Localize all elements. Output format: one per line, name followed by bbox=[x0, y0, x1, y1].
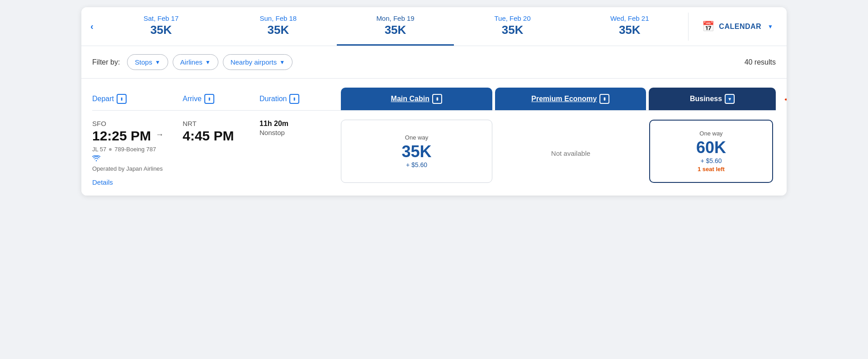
flight-direction-arrow: → bbox=[156, 130, 164, 140]
filter-by-label: Filter by: bbox=[92, 58, 120, 66]
arrive-airport: NRT bbox=[183, 120, 259, 127]
col-business-header: Business ▼ ➜ bbox=[649, 88, 776, 110]
date-bar: ‹ Sat, Feb 1735KSun, Feb 1835KMon, Feb 1… bbox=[81, 7, 787, 46]
details-link[interactable]: Details bbox=[92, 178, 113, 186]
date-tab-0[interactable]: Sat, Feb 1735K bbox=[103, 7, 220, 46]
business-sort-btn[interactable]: Business ▼ bbox=[690, 94, 735, 104]
prev-date-btn[interactable]: ‹ bbox=[81, 13, 103, 40]
depart-time-row: SFO 12:25 PM → bbox=[92, 120, 183, 143]
calendar-icon: 📅 bbox=[702, 21, 714, 33]
main-cabin-price-card[interactable]: One way 35K + $5.60 bbox=[341, 120, 492, 183]
flight-depart-col: SFO 12:25 PM → JL 57 789-Boeing 787 Oper… bbox=[92, 120, 183, 186]
main-cabin-price: 35K bbox=[401, 143, 431, 161]
date-tab-4[interactable]: Wed, Feb 2135K bbox=[571, 7, 688, 46]
col-duration-header: Duration ⬍ bbox=[259, 88, 341, 110]
date-tab-2[interactable]: Mon, Feb 1935K bbox=[337, 7, 454, 46]
calendar-dropdown-arrow: ▼ bbox=[768, 23, 773, 30]
flight-arrive-col: NRT 4:45 PM bbox=[183, 120, 259, 186]
date-tabs: Sat, Feb 1735KSun, Feb 1835KMon, Feb 193… bbox=[103, 7, 689, 46]
flight-main-cabin-col[interactable]: One way 35K + $5.60 bbox=[341, 120, 492, 186]
depart-info: SFO 12:25 PM bbox=[92, 120, 151, 143]
separator-dot bbox=[109, 148, 112, 151]
main-cabin-one-way-label: One way bbox=[405, 134, 428, 141]
flight-number-aircraft: JL 57 789-Boeing 787 bbox=[92, 146, 183, 153]
nearby-airports-dropdown-arrow: ▼ bbox=[279, 59, 285, 65]
business-fee: + $5.60 bbox=[700, 157, 722, 164]
duration-sort-icon: ⬍ bbox=[289, 94, 299, 104]
flight-number: JL 57 bbox=[92, 146, 106, 153]
duration-sort-btn[interactable]: Duration ⬍ bbox=[259, 94, 299, 104]
filter-bar: Filter by: Stops ▼ Airlines ▼ Nearby air… bbox=[81, 46, 787, 79]
arrive-sort-btn[interactable]: Arrive ⬍ bbox=[183, 94, 214, 104]
col-depart-header: Depart ⬍ bbox=[92, 88, 183, 110]
calendar-label: CALENDAR bbox=[719, 23, 761, 31]
calendar-btn[interactable]: 📅 CALENDAR ▼ bbox=[688, 13, 787, 41]
business-seats-left: 1 seat left bbox=[698, 166, 725, 173]
premium-economy-sort-icon: ⬍ bbox=[599, 94, 609, 104]
stops-dropdown-arrow: ▼ bbox=[155, 59, 160, 65]
depart-time: 12:25 PM bbox=[92, 128, 151, 143]
flight-duration-col: 11h 20m Nonstop bbox=[259, 120, 341, 186]
flight-premium-economy-col: Not available bbox=[495, 120, 646, 186]
flight-business-col[interactable]: One way 60K + $5.60 1 seat left bbox=[649, 120, 773, 186]
depart-sort-btn[interactable]: Depart ⬍ bbox=[92, 94, 127, 104]
arrive-sort-icon: ⬍ bbox=[204, 94, 214, 104]
flight-duration: 11h 20m bbox=[259, 120, 341, 128]
depart-sort-icon: ⬍ bbox=[117, 94, 127, 104]
business-one-way-label: One way bbox=[699, 130, 722, 137]
results-count: 40 results bbox=[745, 58, 776, 66]
business-sort-icon: ▼ bbox=[725, 94, 735, 104]
airlines-dropdown-arrow: ▼ bbox=[205, 59, 211, 65]
business-selected-arrow: ➜ bbox=[784, 90, 787, 108]
col-premium-economy-header: Premium Economy ⬍ bbox=[495, 88, 646, 110]
col-main-cabin-header: Main Cabin ⬍ bbox=[341, 88, 492, 110]
operated-by: Operated by Japan Airlines bbox=[92, 165, 183, 172]
flight-stops: Nonstop bbox=[259, 129, 341, 136]
premium-economy-sort-btn[interactable]: Premium Economy ⬍ bbox=[531, 94, 609, 104]
aircraft-type: 789-Boeing 787 bbox=[114, 146, 156, 153]
results-header: Depart ⬍ Arrive ⬍ Duration ⬍ Main Cabin … bbox=[81, 88, 787, 110]
wifi-icon bbox=[92, 155, 183, 163]
business-price-card[interactable]: One way 60K + $5.60 1 seat left bbox=[649, 120, 773, 183]
business-price: 60K bbox=[696, 139, 726, 157]
date-tab-3[interactable]: Tue, Feb 2035K bbox=[454, 7, 571, 46]
main-cabin-sort-icon: ⬍ bbox=[432, 94, 442, 104]
premium-not-available: Not available bbox=[551, 149, 590, 157]
main-cabin-fee: + $5.60 bbox=[406, 161, 427, 168]
depart-airport: SFO bbox=[92, 120, 151, 127]
date-tab-1[interactable]: Sun, Feb 1835K bbox=[220, 7, 337, 46]
arrive-time: 4:45 PM bbox=[183, 128, 259, 143]
airlines-filter-btn[interactable]: Airlines ▼ bbox=[173, 54, 218, 70]
main-cabin-sort-btn[interactable]: Main Cabin ⬍ bbox=[391, 94, 442, 104]
flight-row: SFO 12:25 PM → JL 57 789-Boeing 787 Oper… bbox=[81, 111, 787, 196]
nearby-airports-filter-btn[interactable]: Nearby airports ▼ bbox=[223, 54, 292, 70]
stops-filter-btn[interactable]: Stops ▼ bbox=[127, 54, 168, 70]
col-arrive-header: Arrive ⬍ bbox=[183, 88, 259, 110]
